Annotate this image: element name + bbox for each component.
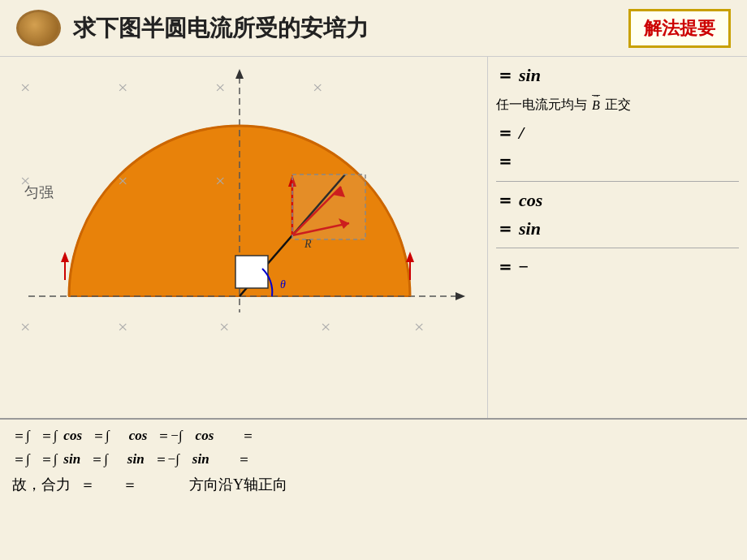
physics-diagram: θ R [4,61,475,377]
svg-text:θ: θ [280,278,286,291]
cos-formula: cos [519,188,542,213]
field-arrow: B → [592,95,600,114]
eq-sign-3: ＝ [496,149,514,174]
svg-marker-15 [61,252,69,262]
formula-line-1: ＝ sin [496,63,739,88]
x-mark-12: × [414,317,424,338]
slash-formula: / [519,121,524,146]
svg-marker-17 [406,252,414,262]
x-mark-11: × [321,317,330,338]
svg-marker-4 [456,292,465,300]
eq-sign-2: ＝ [496,121,514,146]
formula-line-perp: 任一电流元均与 B → 正交 [496,95,739,114]
eq-sign-4: ＝ [496,188,514,213]
eq-sign-5: ＝ [496,217,514,242]
formula-line-sin: ＝ sin [496,217,739,242]
header: 求下图半圆电流所受的安培力 解法提要 [0,0,747,57]
x-mark-7: × [215,170,225,192]
perp-suffix: 正交 [605,96,631,114]
x-mark-3: × [215,77,225,98]
conclusion-suffix: 方向沿Y轴正向 [189,475,287,494]
x-mark-1: × [20,77,30,98]
x-mark-2: × [118,77,127,98]
sin-formula-1: sin [519,63,541,88]
formula-line-3: ＝ [496,149,739,174]
bottom-formulas: ＝∫ ＝∫ cos ＝∫ cos ＝−∫ cos ＝ ＝∫ ＝∫ sin ＝∫ … [0,418,747,560]
page-title: 求下图半圆电流所受的安培力 [73,13,628,44]
logo-icon [16,10,61,46]
x-mark-8: × [20,317,30,338]
content-area: × × × × × × × × × × × × 匀强 [0,57,747,418]
svg-marker-3 [235,69,244,79]
main-container: 求下图半圆电流所受的安培力 解法提要 × × × × × × × × × × ×… [0,0,747,560]
diagram-area: × × × × × × × × × × × × 匀强 [0,57,487,418]
bottom-row-3: 故，合力 ＝ ＝ 方向沿Y轴正向 [12,475,735,494]
x-mark-6: × [118,170,127,192]
perp-text: 任一电流元均与 [496,96,587,114]
formula-area: ＝ sin 任一电流元均与 B → 正交 ＝ / ＝ ＝ c [487,57,747,418]
svg-rect-13 [292,174,365,239]
formula-line-2: ＝ / [496,121,739,146]
x-mark-10: × [219,317,229,338]
solution-box: 解法提要 [628,9,731,48]
bottom-row-1: ＝∫ ＝∫ cos ＝∫ cos ＝−∫ cos ＝ [12,426,735,445]
eq-sign-6: ＝ − [496,255,529,280]
conclusion-prefix: 故，合力 [12,475,71,494]
x-mark-4: × [313,77,322,98]
svg-rect-6 [235,256,268,288]
formula-line-cos: ＝ cos [496,188,739,213]
uniform-field-label: 匀强 [24,183,54,202]
eq-sign-1: ＝ [496,63,514,88]
bottom-row-2: ＝∫ ＝∫ sin ＝∫ sin ＝−∫ sin ＝ [12,450,735,468]
svg-text:R: R [304,238,312,250]
sin-formula-2: sin [519,217,541,242]
formula-line-neg: ＝ − [496,255,739,280]
x-mark-9: × [118,317,127,338]
